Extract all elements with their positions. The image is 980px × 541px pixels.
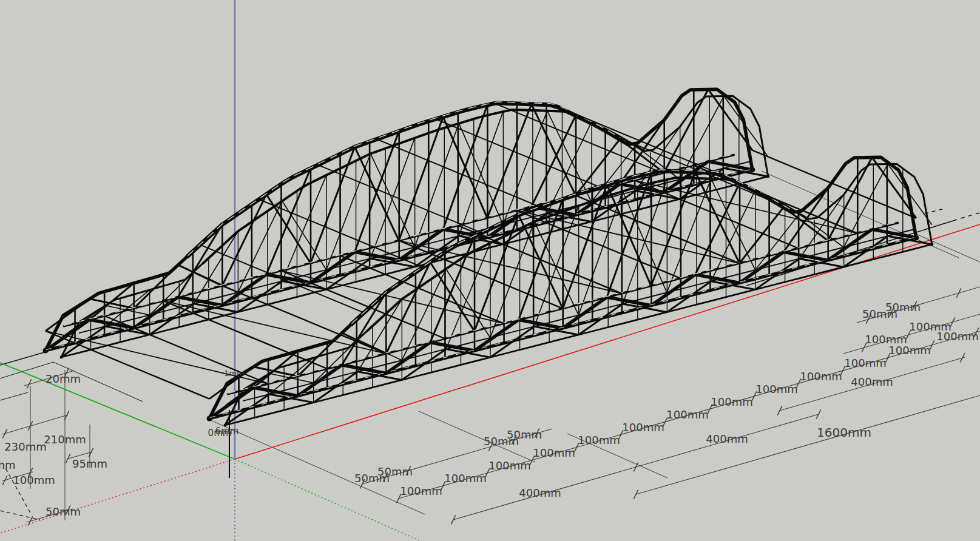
dim-label: mm — [0, 459, 16, 471]
dim-label: 50mm — [885, 301, 921, 314]
dim-label-small: 1mm — [224, 369, 245, 378]
bridge-foot — [930, 243, 933, 246]
dim-label: 100mm — [888, 344, 930, 357]
bridge-foot — [60, 356, 63, 359]
dim-label: 100mm — [755, 383, 797, 395]
dim-label: 100mm — [844, 357, 886, 369]
dim-label: 100mm — [800, 370, 842, 383]
dim-label: 100mm — [666, 408, 708, 421]
dim-label: 100mm — [488, 459, 530, 472]
dim-label: 100mm — [533, 446, 575, 459]
dim-label: 100mm — [865, 333, 907, 346]
dim-label: 100mm — [711, 395, 752, 408]
dim-label: 100mm — [444, 472, 486, 485]
bridge-foot — [43, 348, 49, 354]
dim-label-small: 0mm — [208, 428, 232, 439]
dim-label: 50mm — [507, 428, 542, 441]
dim-label: 20mm — [46, 372, 81, 385]
dim-label: 1600mm — [817, 425, 871, 440]
dim-label: 50mm — [377, 465, 413, 478]
bridge-foot — [207, 416, 212, 422]
bridge-foot — [766, 175, 769, 178]
dim-label: 210mm — [44, 433, 86, 446]
dim-label: 100mm — [622, 421, 664, 434]
cad-viewport[interactable]: 50mm50mm50mm50mm100mm100mm100mm100mm100m… — [0, 0, 980, 541]
dim-label: 230mm — [4, 440, 46, 453]
dim-label: 100mm — [13, 474, 55, 486]
dim-label: 95mm — [72, 457, 107, 470]
dim-label: 100mm — [578, 434, 620, 446]
dim-label: 400mm — [851, 375, 893, 388]
dim-label: 400mm — [519, 486, 561, 499]
bridge-foot — [749, 167, 755, 172]
bridge-foot — [913, 235, 919, 240]
model-scene: 50mm50mm50mm50mm100mm100mm100mm100mm100m… — [0, 0, 980, 541]
dim-label: 100mm — [400, 485, 442, 497]
dim-label: 50mm — [46, 505, 81, 518]
dim-label: 100mm — [909, 320, 951, 333]
dim-label: 400mm — [706, 432, 748, 445]
